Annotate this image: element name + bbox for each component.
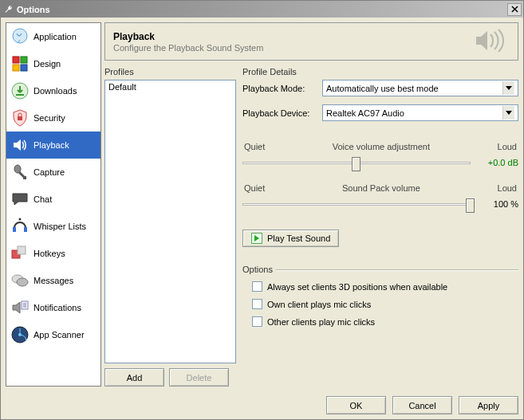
- profile-details-section: Profile Details Playback Mode: Automatic…: [242, 65, 518, 387]
- checkbox-icon[interactable]: [252, 299, 262, 309]
- options-window: Options Application Design Downloads Sec…: [0, 0, 524, 420]
- sidebar-item-design[interactable]: Design: [6, 50, 100, 77]
- dialog-footer: OK Cancel Apply: [1, 391, 523, 419]
- options-group: Options Always set clients 3D positions …: [242, 265, 518, 327]
- playback-mode-value: Automatically use best mode: [326, 84, 439, 93]
- close-button[interactable]: [507, 3, 522, 16]
- sound-pack-title: Sound Pack volume: [265, 183, 497, 193]
- profiles-list[interactable]: Default: [104, 80, 236, 363]
- chevron-down-icon: [502, 106, 514, 120]
- playback-device-value: Realtek AC97 Audio: [326, 108, 404, 118]
- svg-point-15: [17, 278, 28, 286]
- sidebar-item-label: Downloads: [33, 86, 77, 96]
- checkbox-icon[interactable]: [252, 281, 262, 292]
- hotkey-icon: [10, 243, 30, 264]
- sidebar-item-whisper-lists[interactable]: Whisper Lists: [6, 213, 100, 240]
- sidebar-item-label: Design: [33, 59, 61, 69]
- sidebar-item-label: App Scanner: [33, 330, 85, 340]
- window-title: Options: [17, 5, 507, 14]
- sidebar-item-notifications[interactable]: Notifications: [6, 294, 100, 321]
- apply-button[interactable]: Apply: [459, 396, 518, 414]
- speaker-header-icon: [475, 29, 510, 54]
- profiles-buttons: Add Delete: [104, 368, 236, 387]
- svg-rect-10: [24, 227, 27, 232]
- sidebar-item-application[interactable]: Application: [6, 23, 100, 50]
- wrench-icon: [4, 5, 14, 14]
- sidebar-item-security[interactable]: Security: [6, 104, 100, 131]
- sidebar-item-label: Application: [33, 32, 77, 41]
- playback-device-select[interactable]: Realtek AC97 Audio: [322, 104, 518, 121]
- page-header: Playback Configure the Playback Sound Sy…: [104, 22, 518, 61]
- slider-quiet-label: Quiet: [244, 183, 265, 193]
- profile-details-label: Profile Details: [242, 65, 518, 80]
- sidebar-item-label: Chat: [33, 194, 52, 204]
- titlebar: Options: [1, 1, 523, 18]
- sidebar-item-capture[interactable]: Capture: [6, 159, 100, 186]
- cancel-button[interactable]: Cancel: [392, 396, 452, 414]
- delete-profile-button: Delete: [169, 368, 229, 387]
- options-group-title: Options: [242, 265, 518, 274]
- sidebar-item-playback[interactable]: Playback: [6, 131, 100, 159]
- scanner-icon: [10, 324, 30, 345]
- page-subtitle: Configure the Playback Sound System: [113, 43, 263, 53]
- voice-volume-value: +0.0 dB: [477, 158, 518, 167]
- sound-pack-slider-row: 100 %: [242, 196, 518, 212]
- options-title-text: Options: [242, 265, 273, 274]
- sidebar-item-label: Hotkeys: [33, 249, 65, 258]
- play-test-label: Play Test Sound: [267, 234, 330, 243]
- play-icon: [251, 233, 262, 244]
- voice-volume-slider[interactable]: [242, 155, 471, 171]
- group-divider: [276, 269, 518, 270]
- add-profile-button[interactable]: Add: [104, 368, 164, 387]
- slider-quiet-label: Quiet: [244, 142, 265, 151]
- sound-pack-value: 100 %: [477, 199, 518, 209]
- svg-rect-6: [18, 116, 22, 120]
- download-icon: [10, 80, 30, 101]
- option-own-mic-clicks[interactable]: Own client plays mic clicks: [242, 299, 518, 309]
- sound-pack-labels: Quiet Sound Pack volume Loud: [242, 183, 518, 193]
- sidebar-item-chat[interactable]: Chat: [6, 186, 100, 213]
- sound-pack-slider[interactable]: [242, 196, 471, 212]
- checkbox-icon[interactable]: [252, 316, 262, 327]
- sidebar-item-label: Notifications: [33, 303, 81, 312]
- sound-pack-thumb[interactable]: [466, 198, 475, 213]
- shield-lock-icon: [10, 108, 30, 128]
- option-always-3d[interactable]: Always set clients 3D positions when ava…: [242, 281, 518, 292]
- sidebar-item-app-scanner[interactable]: App Scanner: [6, 321, 100, 348]
- slider-loud-label: Loud: [498, 142, 517, 151]
- sidebar-item-messages[interactable]: Messages: [6, 267, 100, 294]
- svg-rect-9: [13, 227, 16, 232]
- sidebar-item-hotkeys[interactable]: Hotkeys: [6, 240, 100, 267]
- sidebar-item-label: Security: [33, 113, 65, 123]
- svg-rect-3: [13, 65, 19, 71]
- option-always-3d-label: Always set clients 3D positions when ava…: [267, 282, 447, 292]
- svg-point-18: [18, 333, 22, 336]
- svg-rect-2: [21, 57, 27, 63]
- playback-device-label: Playback Device:: [242, 108, 322, 118]
- page-header-text: Playback Configure the Playback Sound Sy…: [113, 31, 263, 53]
- sound-pack-volume-block: Quiet Sound Pack volume Loud 100 %: [242, 183, 518, 212]
- svg-point-11: [19, 218, 22, 221]
- voice-volume-title: Voice volume adjustment: [265, 142, 497, 151]
- voice-bubble-icon: [10, 26, 30, 47]
- sidebar-item-downloads[interactable]: Downloads: [6, 77, 100, 104]
- ok-button[interactable]: OK: [326, 396, 386, 414]
- content: Profiles Default Add Delete Profile Deta…: [104, 61, 518, 387]
- voice-volume-thumb[interactable]: [352, 157, 360, 171]
- play-test-sound-button[interactable]: Play Test Sound: [242, 230, 339, 247]
- sidebar: Application Design Downloads Security Pl…: [6, 22, 101, 387]
- option-other-mic-clicks[interactable]: Other clients play mic clicks: [242, 316, 518, 327]
- option-own-mic-label: Own client plays mic clicks: [267, 300, 371, 309]
- svg-rect-13: [18, 246, 26, 254]
- profile-item[interactable]: Default: [105, 80, 235, 93]
- sidebar-item-label: Messages: [33, 276, 73, 285]
- playback-mode-select[interactable]: Automatically use best mode: [322, 80, 518, 96]
- sidebar-item-label: Capture: [33, 167, 65, 177]
- speaker-icon: [10, 135, 30, 155]
- voice-volume-labels: Quiet Voice volume adjustment Loud: [242, 142, 518, 151]
- microphone-icon: [10, 162, 30, 183]
- voice-volume-block: Quiet Voice volume adjustment Loud +0.0 …: [242, 142, 518, 171]
- sidebar-item-label: Whisper Lists: [33, 222, 86, 231]
- svg-rect-1: [13, 57, 19, 63]
- playback-mode-label: Playback Mode:: [242, 84, 322, 93]
